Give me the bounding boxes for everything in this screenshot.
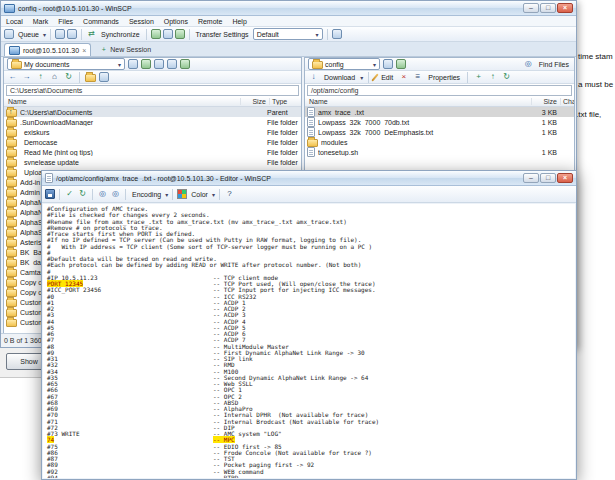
remote-dir-selector[interactable]: config ▾ (308, 58, 380, 70)
main-titlebar[interactable]: config - root@10.5.101.30 - WinSCP – □ × (1, 1, 576, 16)
menu-options[interactable]: Options (159, 16, 193, 27)
toolbar-icon[interactable] (151, 29, 161, 39)
home-icon[interactable]: ⌂ (49, 72, 60, 83)
synchronize-icon[interactable]: ⇄ (86, 29, 97, 40)
panel-toolbar-icon[interactable] (396, 59, 406, 69)
folder-icon (6, 239, 17, 247)
toolbar-icon[interactable] (55, 29, 65, 39)
menu-session[interactable]: Session (124, 16, 159, 27)
reload-icon[interactable]: ↻ (77, 189, 88, 200)
panel-toolbar-icon[interactable] (128, 59, 138, 69)
panel-toolbar-icon[interactable] (180, 59, 190, 69)
local-drive-selector[interactable]: My documents ▾ (7, 58, 125, 70)
table-row[interactable]: amx_trace_.txt3 KB (305, 107, 574, 117)
minimize-button[interactable]: – (523, 3, 539, 13)
session-tab-active[interactable]: root@10.5.101.30 × (4, 43, 91, 56)
search-icon[interactable]: ◎ (97, 189, 108, 200)
table-row[interactable]: _Read Me (hint og tips)File folder (4, 147, 301, 157)
column-type[interactable]: Type (269, 98, 301, 105)
properties-button[interactable]: Properties (426, 74, 462, 81)
transfer-settings-dropdown[interactable]: Default ▾ (253, 28, 323, 40)
find-files-icon[interactable]: ◎ (523, 59, 534, 70)
close-button[interactable]: × (557, 173, 573, 183)
edit-button[interactable]: Edit (379, 74, 395, 81)
toolbar-icon[interactable] (175, 29, 185, 39)
file-type: File folder (267, 149, 299, 156)
parent-dir-icon[interactable]: ↑ (35, 72, 46, 83)
refresh-icon[interactable]: ↻ (63, 72, 74, 83)
synchronize-button[interactable]: Synchronize (99, 31, 142, 38)
table-row[interactable]: _exiskursFile folder (4, 127, 301, 137)
menu-mark[interactable]: Mark (28, 16, 54, 27)
queue-dropdown-icon[interactable]: ▾ (43, 31, 46, 38)
table-row[interactable]: _svnelease updateFile folder (4, 157, 301, 167)
minimize-button[interactable]: – (523, 173, 539, 183)
folder-icon (6, 119, 17, 127)
column-name[interactable]: Name (4, 98, 240, 105)
editor-window: /opt/amc/config/amx_trace_.txt - root@10… (41, 170, 577, 480)
menu-files[interactable]: Files (53, 16, 78, 27)
table-row[interactable]: C:\Users\at\DocumentsParent (4, 107, 301, 117)
check-icon[interactable]: ✓ (64, 189, 75, 200)
menu-local[interactable]: Local (1, 16, 28, 27)
editor-titlebar[interactable]: /opt/amc/config/amx_trace_.txt - root@10… (42, 171, 576, 186)
new-session-button[interactable]: + New Session (95, 43, 155, 56)
search-next-icon[interactable]: ◎ (110, 189, 121, 200)
color-icon[interactable] (177, 189, 187, 199)
toolbar-separator (81, 29, 82, 40)
download-icon[interactable]: ↓ (308, 72, 319, 83)
encoding-dropdown[interactable]: Encoding (130, 191, 163, 198)
column-name[interactable]: Name (305, 98, 531, 105)
local-panel-toolbar: ← → ↑ ⌂ ↻ (4, 71, 301, 84)
local-path[interactable]: C:\Users\at\Documents (6, 85, 299, 96)
session-close-icon[interactable]: × (82, 47, 86, 54)
maximize-button[interactable]: □ (540, 173, 556, 183)
back-icon[interactable]: ← (7, 72, 18, 83)
panel-toolbar-icon[interactable] (383, 59, 393, 69)
menu-commands[interactable]: Commands (78, 16, 124, 27)
panel-toolbar-icon[interactable] (99, 72, 109, 82)
remote-path[interactable]: /opt/amc/config (307, 85, 572, 96)
table-row[interactable]: Lowpass_32k_7000_70db.txt1 KB (305, 117, 574, 127)
code-text: #Each protocol can be defined by adding … (47, 261, 361, 268)
toolbar-icon[interactable] (67, 29, 77, 39)
folder-icon (6, 169, 17, 177)
find-files-button[interactable]: Find Files (537, 61, 571, 68)
toolbar-separator (189, 29, 190, 40)
panel-toolbar-icon[interactable] (154, 59, 164, 69)
properties-icon[interactable]: ≡ (412, 72, 423, 83)
forward-icon[interactable]: → (21, 72, 32, 83)
delete-icon[interactable]: × (398, 72, 409, 83)
file-name: _exiskurs (20, 129, 232, 136)
menu-help[interactable]: Help (227, 16, 251, 27)
refresh-icon[interactable]: ↻ (501, 72, 512, 83)
edit-icon[interactable] (371, 73, 378, 81)
table-row[interactable]: tonesetup.sh1 KB (305, 147, 574, 157)
panel-toolbar-icon[interactable] (167, 59, 177, 69)
column-size[interactable]: Size (240, 98, 266, 105)
file-name: _Read Me (hint og tips) (20, 149, 232, 156)
close-button[interactable]: × (557, 3, 573, 13)
panel-toolbar-icon[interactable] (141, 59, 151, 69)
queue-toggle-icon[interactable] (4, 29, 14, 39)
toolbar-icon[interactable] (332, 29, 342, 39)
menu-remote[interactable]: Remote (193, 16, 228, 27)
table-row[interactable]: Lowpass_32k_7000_DeEmphasis.txt1 KB (305, 127, 574, 137)
help-icon[interactable]: ? (224, 189, 235, 200)
toolbar-icon[interactable] (163, 29, 173, 39)
table-row[interactable]: _DemocaseFile folder (4, 137, 301, 147)
color-dropdown[interactable]: Color (189, 191, 210, 198)
editor-content[interactable]: #Configuration of AMC trace.#File is che… (43, 204, 575, 478)
background-text-fragment: time stam (578, 52, 613, 61)
maximize-button[interactable]: □ (540, 3, 556, 13)
parent-dir-icon[interactable]: ↑ (487, 72, 498, 83)
queue-button[interactable]: Queue (16, 31, 41, 38)
save-icon[interactable] (45, 189, 55, 199)
column-changed[interactable]: Changed (560, 98, 574, 105)
column-size[interactable]: Size (531, 98, 557, 105)
new-dir-icon[interactable]: + (473, 72, 484, 83)
open-dir-icon[interactable] (85, 74, 96, 82)
table-row[interactable]: modules (305, 137, 574, 147)
download-button[interactable]: Download (322, 74, 357, 81)
table-row[interactable]: .SunDownloadManagerFile folder (4, 117, 301, 127)
